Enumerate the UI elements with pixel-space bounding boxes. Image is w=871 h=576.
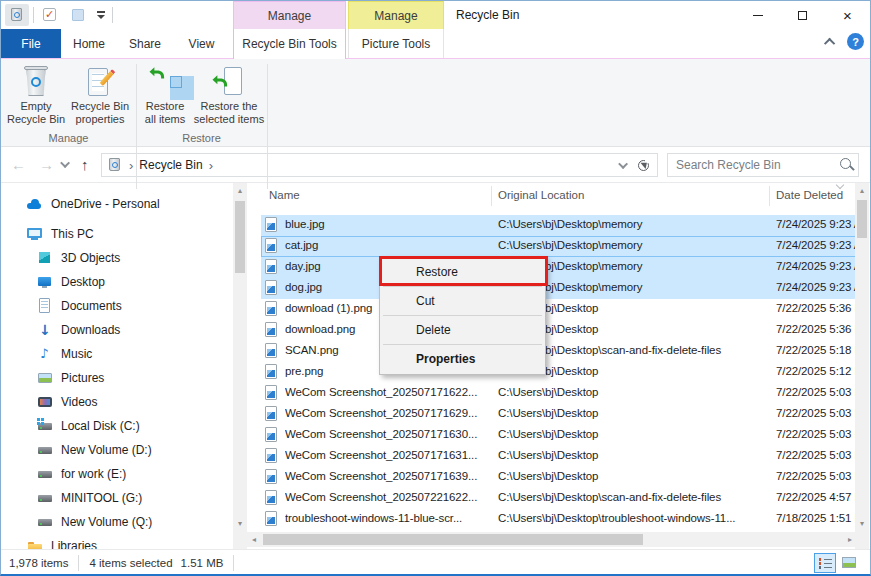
sidebar-item[interactable]: MINITOOL (G:) <box>1 487 233 509</box>
list-row[interactable]: pre.png C:\Users\bj\Desktop 7/22/2025 5:… <box>261 362 857 383</box>
sidebar-item[interactable]: Libraries <box>1 535 233 549</box>
image-file-icon <box>264 301 278 317</box>
breadcrumb[interactable]: Recycle Bin <box>139 158 202 172</box>
list-row[interactable]: WeCom Screenshot_202507171622... C:\User… <box>261 383 857 404</box>
address-dropdown-icon[interactable] <box>618 159 628 169</box>
list-horizontal-scrollbar[interactable]: ◂ ▸ <box>247 532 857 547</box>
row-original-location: C:\Users\bj\Desktop <box>498 386 768 398</box>
minimize-button[interactable] <box>735 1 780 29</box>
sidebar-item[interactable]: New Volume (Q:) <box>1 511 233 533</box>
sidebar-item[interactable]: Downloads <box>1 319 233 341</box>
sidebar-item[interactable]: Pictures <box>1 367 233 389</box>
list-row[interactable]: day.jpg C:\Users\bj\Desktop\memory 7/24/… <box>261 257 857 278</box>
sidebar-item[interactable]: Music <box>1 343 233 365</box>
restore-all-items-button[interactable]: Restore all items <box>140 61 190 131</box>
contextual-label: Manage <box>374 9 417 23</box>
sidebar-scrollbar[interactable]: ▴ ▾ <box>233 183 247 549</box>
details-view-button[interactable] <box>814 553 836 573</box>
list-row[interactable]: download (1).png C:\Users\bj\Desktop 7/2… <box>261 299 857 320</box>
list-row[interactable]: blue.jpg C:\Users\bj\Desktop\memory 7/24… <box>261 215 857 236</box>
thumbnail-view-button[interactable] <box>838 553 860 573</box>
row-date-deleted: 7/22/2025 5:36 P <box>776 302 857 314</box>
help-icon[interactable]: ? <box>847 33 864 50</box>
tab-file[interactable]: File <box>1 29 61 58</box>
image-file-icon <box>264 490 278 506</box>
scrollbar-thumb[interactable] <box>263 534 643 545</box>
back-button[interactable]: ← <box>11 156 26 174</box>
scroll-down-icon[interactable]: ▾ <box>233 516 247 531</box>
search-icon[interactable] <box>839 157 850 173</box>
list-row[interactable]: WeCom Screenshot_202507171639... C:\User… <box>261 467 857 488</box>
address-bar[interactable]: › Recycle Bin › <box>101 153 658 177</box>
recycle-bin-properties-button[interactable]: Recycle Bin properties <box>67 61 133 131</box>
up-button[interactable]: ↑ <box>81 156 89 174</box>
sidebar-item[interactable]: 3D Objects <box>1 247 233 269</box>
context-menu-item-properties[interactable]: Properties <box>380 346 545 372</box>
column-header-name[interactable]: Name <box>269 189 300 201</box>
row-name: WeCom Screenshot_202507171639... <box>285 470 490 482</box>
breadcrumb-chevron-icon[interactable]: › <box>209 158 213 173</box>
column-header-original-location[interactable]: Original Location <box>498 189 584 201</box>
restore-selected-items-button[interactable]: Restore the selected items <box>192 61 266 131</box>
scrollbar-thumb[interactable] <box>857 200 867 238</box>
tab-home[interactable]: Home <box>61 29 117 58</box>
new-folder-quick-button[interactable] <box>66 4 90 26</box>
scroll-down-icon[interactable]: ▾ <box>855 516 869 531</box>
list-row[interactable]: SCAN.png C:\Users\bj\Desktop\scan-and-fi… <box>261 341 857 362</box>
context-menu-item-cut[interactable]: Cut <box>380 288 545 314</box>
sidebar-item[interactable]: Documents <box>1 295 233 317</box>
sidebar-item[interactable]: Local Disk (C:) <box>1 415 233 437</box>
scrollbar-thumb[interactable] <box>235 201 245 273</box>
search-input[interactable] <box>668 158 839 172</box>
customize-qat-dropdown[interactable] <box>94 7 108 23</box>
empty-recycle-bin-button[interactable]: Empty Recycle Bin <box>5 61 67 131</box>
image-file-icon <box>264 427 278 443</box>
sidebar-item-label: MINITOOL (G:) <box>61 491 142 505</box>
list-row[interactable]: WeCom Screenshot_202507171630... C:\User… <box>261 425 857 446</box>
forward-button[interactable]: → <box>39 156 54 174</box>
status-bar: 1,978 items 4 items selected 1.51 MB <box>1 549 870 575</box>
tab-picture-tools[interactable]: Picture Tools <box>348 29 444 58</box>
tab-recycle-bin-tools[interactable]: Recycle Bin Tools <box>233 29 346 59</box>
list-row[interactable]: dog.jpg C:\Users\bj\Desktop\memory 7/24/… <box>261 278 857 299</box>
list-row[interactable]: WeCom Screenshot_202507221622... C:\User… <box>261 488 857 509</box>
sidebar-item[interactable]: Videos <box>1 391 233 413</box>
list-vertical-scrollbar[interactable]: ▴ ▾ <box>855 183 869 549</box>
recent-locations-dropdown[interactable] <box>60 158 70 168</box>
recycle-bin-icon <box>107 157 123 173</box>
tab-share[interactable]: Share <box>117 29 173 58</box>
sidebar-item[interactable]: OneDrive - Personal <box>1 193 233 215</box>
sidebar-item[interactable]: Desktop <box>1 271 233 293</box>
sidebar-item-label: for work (E:) <box>61 467 126 481</box>
column-header-date-deleted[interactable]: Date Deleted <box>776 189 843 201</box>
close-button[interactable]: × <box>825 1 870 29</box>
scroll-right-icon[interactable]: ▸ <box>843 532 857 547</box>
row-date-deleted: 7/24/2025 9:23 A <box>776 239 857 251</box>
list-row[interactable]: cat.jpg C:\Users\bj\Desktop\memory 7/24/… <box>261 236 857 257</box>
selection-count: 4 items selected <box>89 557 172 569</box>
recycle-bin-app-button[interactable] <box>5 4 29 26</box>
sidebar-item[interactable]: This PC <box>1 223 233 245</box>
context-menu-item-restore[interactable]: Restore <box>380 259 545 285</box>
maximize-button[interactable] <box>780 1 825 29</box>
properties-quick-button[interactable] <box>38 4 62 26</box>
drive-icon <box>37 466 53 482</box>
list-row[interactable]: download.png C:\Users\bj\Desktop 7/22/20… <box>261 320 857 341</box>
scroll-up-icon[interactable]: ▴ <box>855 183 869 198</box>
restore-selected-items-icon <box>212 65 246 99</box>
recycle-bin-properties-icon <box>83 65 117 99</box>
list-row[interactable]: WeCom Screenshot_202507171631... C:\User… <box>261 446 857 467</box>
refresh-icon[interactable] <box>638 160 649 171</box>
scroll-left-icon[interactable]: ◂ <box>247 532 261 547</box>
scroll-up-icon[interactable]: ▴ <box>233 183 247 198</box>
breadcrumb-chevron-icon[interactable]: › <box>129 158 133 173</box>
tab-view[interactable]: View <box>173 29 230 58</box>
sidebar-item[interactable]: New Volume (D:) <box>1 439 233 461</box>
window-title: Recycle Bin <box>456 8 519 22</box>
sidebar-item[interactable]: for work (E:) <box>1 463 233 485</box>
list-row[interactable]: troubleshoot-windows-11-blue-scr... C:\U… <box>261 509 857 530</box>
context-menu-item-delete[interactable]: Delete <box>380 317 545 343</box>
image-file-icon <box>264 364 278 380</box>
list-row[interactable]: WeCom Screenshot_202507171629... C:\User… <box>261 404 857 425</box>
sidebar: OneDrive - Personal This PC 3D Objects D… <box>1 183 233 549</box>
